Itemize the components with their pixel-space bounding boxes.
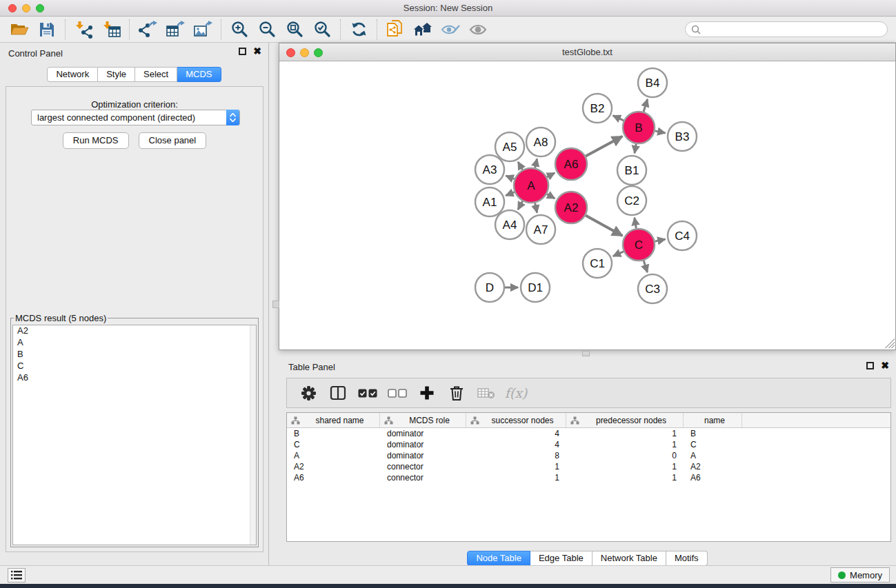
table-cell[interactable]: connector bbox=[380, 473, 466, 483]
graph-edge-A2-C[interactable] bbox=[586, 216, 622, 236]
graph-node-B2[interactable]: B2 bbox=[583, 94, 612, 123]
float-table-panel-icon[interactable] bbox=[866, 362, 874, 369]
mcds-result-list[interactable]: A2ABCA6 bbox=[12, 325, 257, 545]
optimization-criterion-dropdown[interactable]: largest connected component (directed) bbox=[31, 110, 240, 125]
zoom-out-button[interactable] bbox=[253, 19, 281, 41]
graph-edge-B-B1[interactable] bbox=[635, 144, 636, 154]
close-table-panel-icon[interactable]: ✖ bbox=[881, 362, 889, 369]
open-session-button[interactable] bbox=[6, 19, 33, 41]
hide-details-button[interactable] bbox=[437, 19, 464, 41]
column-header-predecessor-nodes[interactable]: predecessor nodes bbox=[566, 413, 684, 427]
horizontal-splitter-handle[interactable] bbox=[582, 351, 590, 356]
table-cell[interactable]: dominator bbox=[380, 451, 466, 460]
home-button[interactable] bbox=[409, 19, 437, 41]
table-cell[interactable]: C bbox=[287, 440, 380, 449]
table-cell[interactable]: A6 bbox=[287, 473, 380, 483]
result-scrollbar[interactable] bbox=[250, 325, 256, 545]
window-resize-grip[interactable] bbox=[885, 338, 895, 348]
show-details-button[interactable] bbox=[464, 19, 492, 41]
tab-style[interactable]: Style bbox=[98, 67, 135, 82]
table-cell[interactable]: 4 bbox=[466, 440, 566, 449]
delete-column-button[interactable] bbox=[445, 381, 468, 405]
graph-node-C2[interactable]: C2 bbox=[617, 186, 646, 215]
deselect-all-columns-button[interactable] bbox=[386, 381, 409, 405]
table-cell[interactable]: A6 bbox=[684, 473, 742, 483]
table-cell[interactable]: 8 bbox=[466, 451, 566, 460]
table-cell[interactable]: 1 bbox=[566, 429, 684, 438]
graph-node-A4[interactable]: A4 bbox=[495, 210, 524, 239]
run-mcds-button[interactable]: Run MCDS bbox=[63, 132, 129, 149]
table-row[interactable]: A6connector11A6 bbox=[287, 472, 890, 483]
graph-node-A3[interactable]: A3 bbox=[475, 155, 504, 184]
search-input[interactable] bbox=[704, 25, 877, 34]
graph-edge-C-C1[interactable] bbox=[613, 252, 624, 256]
graph-node-A[interactable]: A bbox=[514, 168, 548, 203]
split-columns-button[interactable] bbox=[326, 381, 350, 405]
table-cell[interactable]: 1 bbox=[566, 462, 684, 472]
graph-node-A8[interactable]: A8 bbox=[526, 128, 555, 156]
column-header-name[interactable]: name bbox=[684, 413, 742, 427]
zoom-selected-button[interactable] bbox=[308, 19, 336, 41]
table-cell[interactable]: 4 bbox=[466, 429, 566, 438]
graph-edge-A-A3[interactable] bbox=[506, 176, 514, 179]
graph-edge-A-A7[interactable] bbox=[535, 203, 537, 212]
table-cell[interactable]: 0 bbox=[566, 451, 684, 460]
graph-edge-C-C4[interactable] bbox=[655, 239, 666, 241]
table-cell[interactable]: connector bbox=[380, 462, 466, 472]
table-row[interactable]: Adominator80A bbox=[287, 450, 890, 461]
graph-node-A5[interactable]: A5 bbox=[495, 132, 524, 161]
graph-node-D[interactable]: D bbox=[475, 273, 504, 302]
zoom-fit-button[interactable] bbox=[281, 19, 308, 41]
graph-edge-B-B3[interactable] bbox=[655, 131, 666, 133]
graph-edge-A-A8[interactable] bbox=[535, 159, 537, 168]
network-minimize-button[interactable] bbox=[300, 48, 309, 57]
mcds-result-item[interactable]: A6 bbox=[13, 372, 256, 384]
apply-layout-button[interactable] bbox=[345, 19, 372, 41]
graph-node-A2[interactable]: A2 bbox=[555, 192, 587, 223]
close-panel-icon[interactable]: ✖ bbox=[253, 48, 261, 55]
minimize-window-button[interactable] bbox=[22, 4, 30, 12]
network-window-titlebar[interactable]: testGlobe.txt bbox=[279, 43, 895, 61]
network-zoom-button[interactable] bbox=[314, 48, 323, 57]
table-row[interactable]: A2connector11A2 bbox=[287, 461, 890, 472]
table-cell[interactable]: 1 bbox=[466, 473, 566, 483]
graph-edge-A-A6[interactable] bbox=[547, 173, 555, 177]
graph-edge-B-B4[interactable] bbox=[644, 99, 648, 112]
select-all-columns-button[interactable] bbox=[356, 381, 379, 405]
table-header-row[interactable]: shared nameMCDS rolesuccessor nodesprede… bbox=[287, 413, 890, 428]
graph-node-B4[interactable]: B4 bbox=[638, 68, 667, 97]
memory-button[interactable]: Memory bbox=[830, 567, 890, 582]
graph-node-C[interactable]: C bbox=[623, 229, 655, 261]
graph-edge-B-B2[interactable] bbox=[613, 116, 624, 121]
zoom-window-button[interactable] bbox=[36, 4, 44, 12]
vertical-splitter-handle[interactable] bbox=[272, 301, 279, 308]
network-canvas[interactable]: AA1A2A3A4A5A6A7A8BB1B2B3B4CC1C2C3C4DD1 bbox=[279, 61, 895, 349]
table-cell[interactable]: B bbox=[287, 429, 380, 438]
export-image-button[interactable] bbox=[189, 19, 217, 41]
export-table-button[interactable] bbox=[161, 19, 189, 41]
tab-edge-table[interactable]: Edge Table bbox=[530, 551, 593, 566]
column-header-successor-nodes[interactable]: successor nodes bbox=[466, 413, 566, 427]
table-cell[interactable]: A bbox=[684, 451, 742, 460]
table-row[interactable]: Cdominator41C bbox=[287, 439, 890, 450]
mcds-result-item[interactable]: A bbox=[13, 337, 256, 349]
graph-node-C4[interactable]: C4 bbox=[668, 221, 697, 250]
search-box[interactable] bbox=[685, 21, 888, 37]
table-cell[interactable]: C bbox=[684, 440, 742, 449]
tab-network-table[interactable]: Network Table bbox=[593, 551, 666, 566]
zoom-in-button[interactable] bbox=[226, 19, 253, 41]
mcds-result-item[interactable]: A2 bbox=[13, 325, 256, 337]
tab-node-table[interactable]: Node Table bbox=[467, 551, 530, 566]
graph-edge-C-C3[interactable] bbox=[644, 261, 647, 272]
export-network-button[interactable] bbox=[134, 19, 161, 41]
graph-edge-C-C2[interactable] bbox=[635, 218, 636, 229]
graph-node-B1[interactable]: B1 bbox=[617, 156, 646, 185]
close-window-button[interactable] bbox=[8, 4, 17, 12]
network-close-button[interactable] bbox=[286, 48, 295, 57]
table-settings-button[interactable] bbox=[297, 381, 320, 405]
graph-edge-A-A2[interactable] bbox=[547, 194, 555, 199]
graph-node-A1[interactable]: A1 bbox=[475, 187, 504, 216]
mcds-result-item[interactable]: C bbox=[13, 361, 256, 372]
graph-node-A7[interactable]: A7 bbox=[526, 215, 555, 244]
table-cell[interactable]: 1 bbox=[566, 473, 684, 483]
